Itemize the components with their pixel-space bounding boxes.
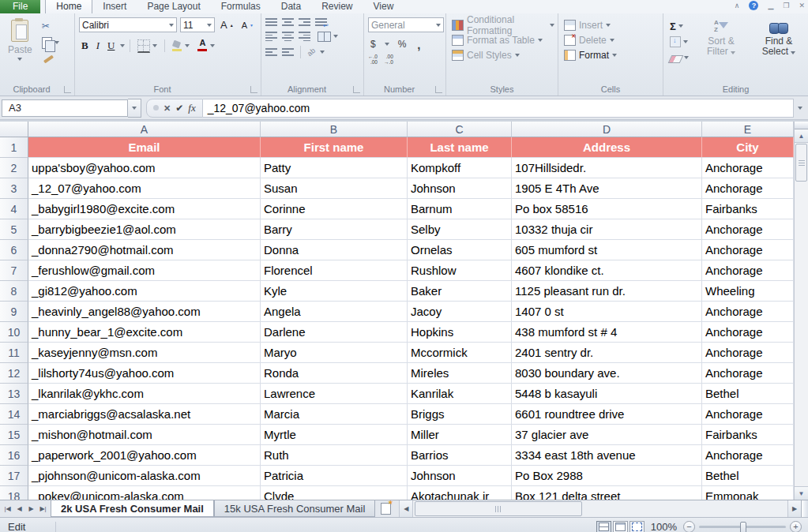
data-cell[interactable]: _pjohnson@unicom-alaska.com bbox=[28, 466, 261, 486]
bold-icon[interactable] bbox=[79, 39, 91, 53]
data-cell[interactable]: 5448 b kasayuli bbox=[512, 384, 702, 404]
align-middle-icon[interactable] bbox=[282, 17, 294, 27]
data-cell[interactable]: Lawrence bbox=[261, 384, 408, 404]
data-cell[interactable]: Donna bbox=[261, 240, 408, 260]
data-cell[interactable]: Miller bbox=[408, 425, 512, 445]
grow-font-icon[interactable] bbox=[218, 18, 236, 32]
restore-icon[interactable]: ❐ bbox=[783, 2, 789, 9]
data-cell[interactable]: Rushlow bbox=[408, 260, 512, 281]
data-cell[interactable]: _lilshorty74us@yahoo.com bbox=[28, 363, 261, 384]
minimize-icon[interactable]: ▁ bbox=[768, 2, 773, 9]
data-cell[interactable]: Kompkoff bbox=[408, 158, 512, 178]
data-cell[interactable]: _hunny_bear_1@excite.com bbox=[28, 322, 261, 343]
zoom-level[interactable]: 100% bbox=[651, 521, 677, 532]
data-cell[interactable]: Angela bbox=[261, 302, 408, 322]
row-number[interactable]: 12 bbox=[0, 363, 28, 384]
alignment-dialog-launcher-icon[interactable] bbox=[353, 86, 360, 93]
data-cell[interactable]: Fairbanks bbox=[702, 425, 794, 445]
comma-style-icon[interactable] bbox=[415, 37, 423, 51]
data-cell[interactable]: Anchorage bbox=[702, 219, 794, 240]
next-sheet-icon[interactable]: ▶ bbox=[26, 505, 36, 512]
data-cell[interactable]: Ruth bbox=[261, 445, 408, 466]
zoom-track[interactable] bbox=[699, 526, 786, 528]
align-top-icon[interactable] bbox=[265, 17, 277, 27]
data-cell[interactable]: Darlene bbox=[261, 322, 408, 343]
data-cell[interactable]: 1905 E 4Th Ave bbox=[512, 178, 702, 199]
data-cell[interactable]: Anchorage bbox=[702, 260, 794, 281]
data-cell[interactable]: _donna2790@hotmail.com bbox=[28, 240, 261, 260]
last-sheet-icon[interactable]: ▶| bbox=[38, 505, 48, 512]
font-dialog-launcher-icon[interactable] bbox=[250, 86, 257, 93]
column-header-cell[interactable]: Address bbox=[512, 137, 702, 158]
data-cell[interactable]: Johnson bbox=[408, 466, 512, 486]
data-cell[interactable]: 37 glacier ave bbox=[512, 425, 702, 445]
accounting-format-icon[interactable] bbox=[368, 37, 378, 51]
data-cell[interactable]: Po Box 2988 bbox=[512, 466, 702, 486]
align-bottom-icon[interactable] bbox=[299, 17, 310, 27]
data-cell[interactable]: 4607 klondike ct. bbox=[512, 260, 702, 281]
row-number[interactable]: 4 bbox=[0, 199, 28, 219]
data-cell[interactable]: Ronda bbox=[261, 363, 408, 384]
data-cell[interactable]: 1125 pleasant run dr. bbox=[512, 281, 702, 302]
data-cell[interactable]: Kyle bbox=[261, 281, 408, 302]
paste-button[interactable]: Paste bbox=[4, 17, 36, 83]
data-cell[interactable]: Ornelas bbox=[408, 240, 512, 260]
column-header-C[interactable]: C bbox=[408, 122, 512, 137]
zoom-out-icon[interactable]: − bbox=[683, 521, 695, 532]
data-cell[interactable]: _pokey@unicom-alaska.com bbox=[28, 486, 261, 500]
row-number[interactable]: 11 bbox=[0, 343, 28, 363]
data-cell[interactable]: Patty bbox=[261, 158, 408, 178]
enter-icon[interactable] bbox=[175, 103, 183, 113]
row-number[interactable]: 2 bbox=[0, 158, 28, 178]
row-number[interactable]: 16 bbox=[0, 445, 28, 466]
data-cell[interactable]: Selby bbox=[408, 219, 512, 240]
row-number[interactable]: 8 bbox=[0, 281, 28, 302]
data-cell[interactable]: _kaseyjenny@msn.com bbox=[28, 343, 261, 363]
data-cell[interactable]: Myrtle bbox=[261, 425, 408, 445]
data-cell[interactable]: Florencel bbox=[261, 260, 408, 281]
data-cell[interactable]: Emmonak bbox=[702, 486, 794, 500]
data-cell[interactable]: Anchorage bbox=[702, 302, 794, 322]
name-box-dropdown[interactable] bbox=[128, 99, 141, 118]
ribbon-tab-insert[interactable]: Insert bbox=[92, 0, 137, 13]
column-header-D[interactable]: D bbox=[512, 122, 702, 137]
vertical-scroll-track[interactable] bbox=[795, 182, 808, 486]
data-cell[interactable]: Anchorage bbox=[702, 158, 794, 178]
ribbon-tab-data[interactable]: Data bbox=[271, 0, 311, 13]
percent-style-icon[interactable] bbox=[396, 37, 409, 51]
underline-icon[interactable] bbox=[105, 39, 117, 53]
data-cell[interactable]: 10332 thuja cir bbox=[512, 219, 702, 240]
cancel-icon[interactable] bbox=[163, 103, 171, 113]
accounting-dropdown-icon[interactable] bbox=[385, 43, 389, 46]
horizontal-scrollbar[interactable]: ◀ ▶ bbox=[399, 500, 808, 517]
scroll-down-icon[interactable]: ▼ bbox=[795, 486, 808, 500]
data-cell[interactable]: Hopkins bbox=[408, 322, 512, 343]
data-cell[interactable]: Anchorage bbox=[702, 240, 794, 260]
decrease-indent-icon[interactable] bbox=[265, 47, 277, 57]
zoom-in-icon[interactable]: + bbox=[790, 521, 802, 532]
data-cell[interactable]: _mishon@hotmail.com bbox=[28, 425, 261, 445]
data-cell[interactable]: 438 mumford st # 4 bbox=[512, 322, 702, 343]
column-header-cell[interactable]: Email bbox=[28, 137, 261, 158]
data-cell[interactable]: Anchorage bbox=[702, 322, 794, 343]
clipboard-dialog-launcher-icon[interactable] bbox=[64, 86, 71, 93]
row-number[interactable]: 14 bbox=[0, 404, 28, 425]
decrease-decimal-icon[interactable]: .00 →.0 bbox=[384, 54, 393, 65]
close-icon[interactable]: ✕ bbox=[799, 2, 805, 9]
align-center-icon[interactable] bbox=[282, 32, 294, 41]
merge-center-button[interactable] bbox=[315, 29, 340, 43]
collapse-ribbon-icon[interactable]: ∧ bbox=[735, 2, 740, 9]
data-cell[interactable]: Wheeling bbox=[702, 281, 794, 302]
data-cell[interactable]: Anchorage bbox=[702, 343, 794, 363]
data-cell[interactable]: 107Hillsidedr. bbox=[512, 158, 702, 178]
align-left-icon[interactable] bbox=[265, 32, 277, 41]
sheet-tab-2[interactable]: 15k USA Fresh Consumer Mail bbox=[214, 500, 375, 517]
row-number[interactable]: 18 bbox=[0, 486, 28, 500]
data-cell[interactable]: uppa'sboy@yahoo.com bbox=[28, 158, 261, 178]
orientation-dropdown-icon[interactable] bbox=[320, 51, 325, 54]
row-number[interactable]: 6 bbox=[0, 240, 28, 260]
data-cell[interactable]: _marciabriggs@acsalaska.net bbox=[28, 404, 261, 425]
data-cell[interactable]: Marcia bbox=[261, 404, 408, 425]
data-cell[interactable]: _paperwork_2001@yahoo.com bbox=[28, 445, 261, 466]
data-cell[interactable]: Susan bbox=[261, 178, 408, 199]
